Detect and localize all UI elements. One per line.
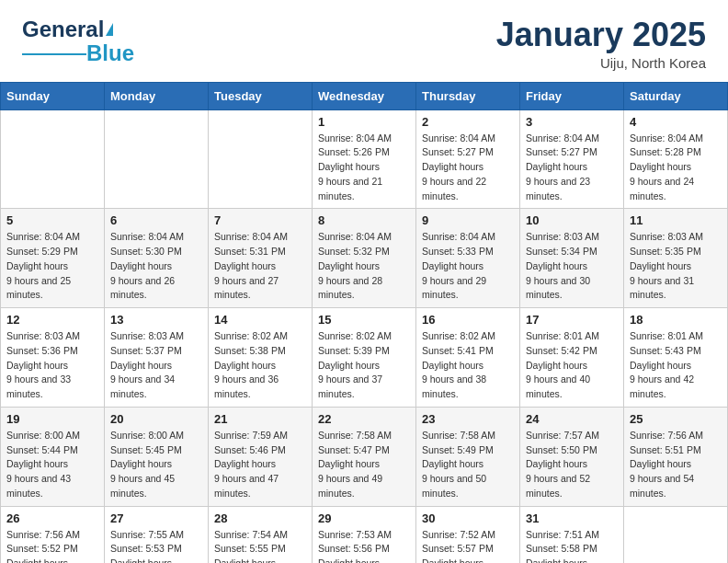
logo-triangle-icon	[106, 23, 113, 36]
table-cell: 3Sunrise: 8:04 AMSunset: 5:27 PMDaylight…	[520, 109, 624, 209]
day-number: 2	[422, 115, 514, 129]
day-detail: Sunrise: 7:54 AMSunset: 5:55 PMDaylight …	[214, 528, 306, 563]
day-detail: Sunrise: 7:56 AMSunset: 5:52 PMDaylight …	[6, 528, 98, 563]
day-detail: Sunrise: 7:51 AMSunset: 5:58 PMDaylight …	[526, 528, 618, 563]
table-cell: 1Sunrise: 8:04 AMSunset: 5:26 PMDaylight…	[313, 109, 416, 209]
table-cell: 5Sunrise: 8:04 AMSunset: 5:29 PMDaylight…	[1, 209, 105, 308]
day-detail: Sunrise: 8:03 AMSunset: 5:35 PMDaylight …	[630, 230, 722, 303]
table-cell	[1, 109, 105, 209]
day-detail: Sunrise: 8:03 AMSunset: 5:36 PMDaylight …	[6, 329, 98, 402]
logo-general: General	[22, 17, 104, 42]
col-wednesday: Wednesday	[313, 82, 416, 109]
day-number: 29	[318, 511, 410, 525]
day-detail: Sunrise: 7:59 AMSunset: 5:46 PMDaylight …	[214, 429, 306, 501]
day-number: 11	[630, 213, 722, 227]
logo: General Blue	[22, 17, 134, 66]
col-sunday: Sunday	[1, 82, 105, 109]
day-detail: Sunrise: 7:57 AMSunset: 5:50 PMDaylight …	[526, 429, 618, 501]
table-cell: 12Sunrise: 8:03 AMSunset: 5:36 PMDayligh…	[1, 308, 105, 408]
table-cell: 20Sunrise: 8:00 AMSunset: 5:45 PMDayligh…	[105, 407, 209, 506]
table-cell: 31Sunrise: 7:51 AMSunset: 5:58 PMDayligh…	[520, 506, 624, 563]
table-cell: 30Sunrise: 7:52 AMSunset: 5:57 PMDayligh…	[416, 506, 520, 563]
logo-blue: Blue	[86, 40, 134, 66]
table-cell: 29Sunrise: 7:53 AMSunset: 5:56 PMDayligh…	[313, 506, 416, 563]
day-number: 3	[526, 115, 618, 129]
table-cell	[105, 109, 209, 209]
day-detail: Sunrise: 7:56 AMSunset: 5:51 PMDaylight …	[630, 429, 722, 501]
day-detail: Sunrise: 8:03 AMSunset: 5:37 PMDaylight …	[110, 329, 202, 402]
table-cell: 13Sunrise: 8:03 AMSunset: 5:37 PMDayligh…	[105, 308, 209, 408]
week-row-4: 19Sunrise: 8:00 AMSunset: 5:44 PMDayligh…	[1, 407, 728, 506]
day-number: 22	[318, 412, 410, 426]
col-thursday: Thursday	[416, 82, 520, 109]
table-cell: 2Sunrise: 8:04 AMSunset: 5:27 PMDaylight…	[416, 109, 520, 209]
day-number: 27	[110, 511, 202, 525]
table-cell: 10Sunrise: 8:03 AMSunset: 5:34 PMDayligh…	[520, 209, 624, 308]
day-detail: Sunrise: 8:04 AMSunset: 5:27 PMDaylight …	[422, 132, 514, 204]
table-cell: 25Sunrise: 7:56 AMSunset: 5:51 PMDayligh…	[624, 407, 728, 506]
day-detail: Sunrise: 8:04 AMSunset: 5:27 PMDaylight …	[526, 132, 618, 204]
table-cell: 23Sunrise: 7:58 AMSunset: 5:49 PMDayligh…	[416, 407, 520, 506]
day-detail: Sunrise: 8:02 AMSunset: 5:41 PMDaylight …	[422, 329, 514, 402]
day-number: 24	[526, 412, 618, 426]
day-number: 18	[630, 313, 722, 327]
day-detail: Sunrise: 7:53 AMSunset: 5:56 PMDaylight …	[318, 528, 410, 563]
day-number: 23	[422, 412, 514, 426]
day-number: 20	[110, 412, 202, 426]
table-cell: 17Sunrise: 8:01 AMSunset: 5:42 PMDayligh…	[520, 308, 624, 408]
day-detail: Sunrise: 8:04 AMSunset: 5:31 PMDaylight …	[214, 230, 306, 303]
day-detail: Sunrise: 8:04 AMSunset: 5:32 PMDaylight …	[318, 230, 410, 303]
day-detail: Sunrise: 8:01 AMSunset: 5:42 PMDaylight …	[526, 329, 618, 402]
day-detail: Sunrise: 8:04 AMSunset: 5:28 PMDaylight …	[630, 132, 722, 204]
table-cell: 14Sunrise: 8:02 AMSunset: 5:38 PMDayligh…	[209, 308, 313, 408]
day-number: 8	[318, 213, 410, 227]
table-cell: 8Sunrise: 8:04 AMSunset: 5:32 PMDaylight…	[313, 209, 416, 308]
day-number: 5	[6, 213, 98, 227]
day-detail: Sunrise: 8:01 AMSunset: 5:43 PMDaylight …	[630, 329, 722, 402]
table-cell: 24Sunrise: 7:57 AMSunset: 5:50 PMDayligh…	[520, 407, 624, 506]
day-number: 31	[526, 511, 618, 525]
week-row-3: 12Sunrise: 8:03 AMSunset: 5:36 PMDayligh…	[1, 308, 728, 408]
day-detail: Sunrise: 7:52 AMSunset: 5:57 PMDaylight …	[422, 528, 514, 563]
logo-line	[22, 53, 86, 55]
table-cell: 16Sunrise: 8:02 AMSunset: 5:41 PMDayligh…	[416, 308, 520, 408]
day-number: 28	[214, 511, 306, 525]
day-detail: Sunrise: 7:58 AMSunset: 5:49 PMDaylight …	[422, 429, 514, 501]
week-row-5: 26Sunrise: 7:56 AMSunset: 5:52 PMDayligh…	[1, 506, 728, 563]
table-cell: 19Sunrise: 8:00 AMSunset: 5:44 PMDayligh…	[1, 407, 105, 506]
day-number: 30	[422, 511, 514, 525]
table-cell: 26Sunrise: 7:56 AMSunset: 5:52 PMDayligh…	[1, 506, 105, 563]
day-detail: Sunrise: 8:03 AMSunset: 5:34 PMDaylight …	[526, 230, 618, 303]
week-row-1: 1Sunrise: 8:04 AMSunset: 5:26 PMDaylight…	[1, 109, 728, 209]
table-cell: 7Sunrise: 8:04 AMSunset: 5:31 PMDaylight…	[209, 209, 313, 308]
table-cell: 18Sunrise: 8:01 AMSunset: 5:43 PMDayligh…	[624, 308, 728, 408]
day-number: 16	[422, 313, 514, 327]
day-detail: Sunrise: 7:58 AMSunset: 5:47 PMDaylight …	[318, 429, 410, 501]
day-detail: Sunrise: 8:00 AMSunset: 5:45 PMDaylight …	[110, 429, 202, 501]
day-detail: Sunrise: 8:04 AMSunset: 5:26 PMDaylight …	[318, 132, 410, 204]
calendar-table: Sunday Monday Tuesday Wednesday Thursday…	[0, 82, 728, 563]
day-number: 14	[214, 313, 306, 327]
day-number: 25	[630, 412, 722, 426]
day-detail: Sunrise: 8:02 AMSunset: 5:39 PMDaylight …	[318, 329, 410, 402]
table-cell: 28Sunrise: 7:54 AMSunset: 5:55 PMDayligh…	[209, 506, 313, 563]
day-number: 10	[526, 213, 618, 227]
day-number: 21	[214, 412, 306, 426]
location: Uiju, North Korea	[496, 55, 706, 71]
title-area: January 2025 Uiju, North Korea	[496, 17, 706, 71]
header: General Blue January 2025 Uiju, North Ko…	[0, 0, 728, 78]
day-detail: Sunrise: 7:55 AMSunset: 5:53 PMDaylight …	[110, 528, 202, 563]
day-number: 7	[214, 213, 306, 227]
day-detail: Sunrise: 8:04 AMSunset: 5:30 PMDaylight …	[110, 230, 202, 303]
day-detail: Sunrise: 8:00 AMSunset: 5:44 PMDaylight …	[6, 429, 98, 501]
col-saturday: Saturday	[624, 82, 728, 109]
day-number: 1	[318, 115, 410, 129]
day-number: 19	[6, 412, 98, 426]
header-row: Sunday Monday Tuesday Wednesday Thursday…	[1, 82, 728, 109]
month-title: January 2025	[496, 17, 706, 53]
day-number: 26	[6, 511, 98, 525]
table-cell: 9Sunrise: 8:04 AMSunset: 5:33 PMDaylight…	[416, 209, 520, 308]
day-number: 12	[6, 313, 98, 327]
day-detail: Sunrise: 8:04 AMSunset: 5:33 PMDaylight …	[422, 230, 514, 303]
col-monday: Monday	[105, 82, 209, 109]
